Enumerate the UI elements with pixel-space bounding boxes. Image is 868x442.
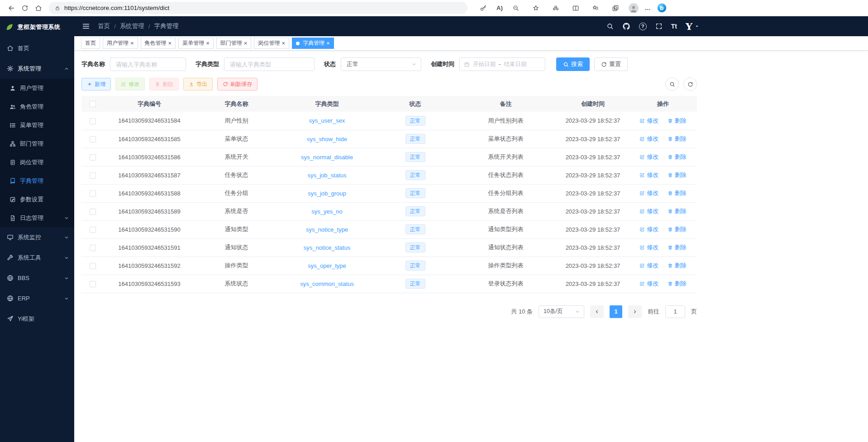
bing-icon[interactable]: b: [657, 3, 667, 13]
row-edit-button[interactable]: 修改: [639, 153, 658, 161]
tab-role-mgmt[interactable]: 角色管理×: [141, 38, 176, 49]
read-aloud-icon[interactable]: A): [496, 5, 503, 11]
sidebar-item-post-mgmt[interactable]: 岗位管理: [0, 153, 74, 171]
row-delete-button[interactable]: 删除: [668, 135, 687, 143]
password-key-icon[interactable]: [477, 1, 490, 15]
tab-user-mgmt[interactable]: 用户管理×: [103, 38, 138, 49]
breadcrumb-system[interactable]: 系统管理: [120, 22, 144, 30]
row-edit-button[interactable]: 修改: [639, 225, 658, 233]
row-checkbox[interactable]: [90, 281, 96, 287]
row-edit-button[interactable]: 修改: [639, 135, 658, 143]
hamburger-menu-icon[interactable]: [82, 22, 90, 30]
browser-back-button[interactable]: [5, 1, 18, 15]
sidebar-item-role-mgmt[interactable]: 角色管理: [0, 97, 74, 116]
row-edit-button[interactable]: 修改: [639, 280, 658, 288]
sidebar-item-home[interactable]: 首页: [0, 38, 74, 58]
row-checkbox[interactable]: [90, 190, 96, 197]
sidebar-item-param-settings[interactable]: 参数设置: [0, 190, 74, 209]
add-button[interactable]: 新增: [81, 78, 111, 90]
tab-close-icon[interactable]: ×: [281, 40, 285, 46]
collections-icon[interactable]: [609, 1, 622, 15]
row-delete-button[interactable]: 删除: [668, 171, 687, 179]
date-range-picker[interactable]: 开始日期 - 结束日期: [459, 57, 545, 71]
tab-close-icon[interactable]: ×: [244, 40, 248, 46]
sidebar-item-dept-mgmt[interactable]: 部门管理: [0, 134, 74, 153]
tab-close-icon[interactable]: ×: [326, 40, 330, 46]
edit-button[interactable]: 修改: [115, 78, 145, 90]
row-delete-button[interactable]: 删除: [668, 261, 687, 270]
row-edit-button[interactable]: 修改: [639, 117, 658, 125]
toggle-search-button[interactable]: [665, 77, 679, 91]
tab-menu-mgmt[interactable]: 菜单管理×: [178, 38, 214, 49]
sidebar-item-log-mgmt[interactable]: 日志管理: [0, 209, 74, 227]
dict-type-input[interactable]: [224, 57, 315, 71]
sidebar-item-bbs[interactable]: BBS: [0, 268, 74, 288]
row-checkbox[interactable]: [90, 136, 96, 143]
sidebar-item-user-mgmt[interactable]: 用户管理: [0, 79, 74, 97]
sidebar-item-system-tools[interactable]: 系统工具: [0, 247, 74, 268]
delete-button[interactable]: 删除: [149, 78, 179, 90]
sidebar-item-erp[interactable]: ERP: [0, 288, 74, 309]
dict-name-input[interactable]: [110, 57, 186, 71]
fullscreen-icon[interactable]: [655, 23, 663, 30]
row-delete-button[interactable]: 删除: [668, 117, 687, 125]
dict-type-link[interactable]: sys_common_status: [300, 280, 354, 287]
row-edit-button[interactable]: 修改: [639, 243, 658, 252]
select-all-checkbox[interactable]: [90, 101, 96, 107]
dict-type-link[interactable]: sys_normal_disable: [301, 154, 353, 161]
dict-type-link[interactable]: sys_user_sex: [309, 117, 345, 124]
tab-post-mgmt[interactable]: 岗位管理×: [254, 38, 289, 49]
browser-refresh-button[interactable]: [18, 1, 32, 15]
browser-more-icon[interactable]: …: [645, 5, 651, 11]
row-delete-button[interactable]: 删除: [668, 243, 687, 252]
row-edit-button[interactable]: 修改: [639, 189, 658, 197]
address-bar[interactable]: https://ccnetcore.com:1101/system/dict: [49, 2, 467, 14]
dict-type-link[interactable]: sys_oper_type: [308, 262, 346, 269]
breadcrumb-home[interactable]: 首页: [98, 22, 110, 30]
add-favorite-star-icon[interactable]: [529, 1, 543, 15]
row-delete-button[interactable]: 删除: [668, 207, 687, 215]
search-button[interactable]: 搜索: [556, 57, 590, 71]
row-edit-button[interactable]: 修改: [639, 261, 658, 270]
row-checkbox[interactable]: [90, 209, 96, 215]
tab-close-icon[interactable]: ×: [206, 40, 210, 46]
split-screen-icon[interactable]: [569, 1, 582, 15]
dict-type-link[interactable]: sys_show_hide: [307, 136, 347, 143]
row-delete-button[interactable]: 删除: [668, 153, 687, 161]
github-icon[interactable]: [622, 22, 630, 30]
row-delete-button[interactable]: 删除: [668, 189, 687, 197]
extensions-icon[interactable]: [549, 1, 563, 15]
row-delete-button[interactable]: 删除: [668, 225, 687, 233]
sidebar-item-system-monitor[interactable]: 系统监控: [0, 227, 74, 247]
tab-close-icon[interactable]: ×: [130, 40, 134, 46]
goto-page-input[interactable]: [665, 305, 685, 318]
next-page-button[interactable]: [628, 305, 642, 318]
browser-home-button[interactable]: [32, 1, 45, 15]
row-edit-button[interactable]: 修改: [639, 207, 658, 215]
favorites-icon[interactable]: [589, 1, 602, 15]
row-delete-button[interactable]: 删除: [668, 280, 687, 288]
row-checkbox[interactable]: [90, 154, 96, 161]
refresh-cache-button[interactable]: 刷新缓存: [217, 78, 258, 90]
zoom-out-icon[interactable]: [509, 1, 523, 15]
row-checkbox[interactable]: [90, 172, 96, 179]
sidebar-item-dict-mgmt[interactable]: 字典管理: [0, 171, 74, 190]
font-size-icon[interactable]: Tt: [671, 23, 677, 30]
prev-page-button[interactable]: [590, 305, 604, 318]
tab-home[interactable]: 首页: [81, 38, 100, 49]
user-menu[interactable]: Y: [686, 22, 699, 31]
sidebar-item-menu-mgmt[interactable]: 菜单管理: [0, 116, 74, 134]
refresh-table-button[interactable]: [683, 77, 697, 91]
row-checkbox[interactable]: [90, 227, 96, 233]
dict-type-link[interactable]: sys_job_status: [308, 172, 347, 179]
page-size-select[interactable]: 10条/页: [539, 305, 584, 318]
tab-dict-mgmt[interactable]: 字典管理×: [292, 38, 334, 49]
current-page-button[interactable]: 1: [610, 305, 622, 318]
help-icon[interactable]: ?: [639, 23, 647, 30]
browser-profile-avatar[interactable]: [629, 3, 639, 13]
dict-type-link[interactable]: sys_job_group: [308, 190, 346, 197]
dict-type-link[interactable]: sys_notice_status: [304, 244, 350, 251]
dict-type-link[interactable]: sys_notice_type: [306, 226, 348, 233]
row-checkbox[interactable]: [90, 245, 96, 251]
row-checkbox[interactable]: [90, 118, 96, 124]
